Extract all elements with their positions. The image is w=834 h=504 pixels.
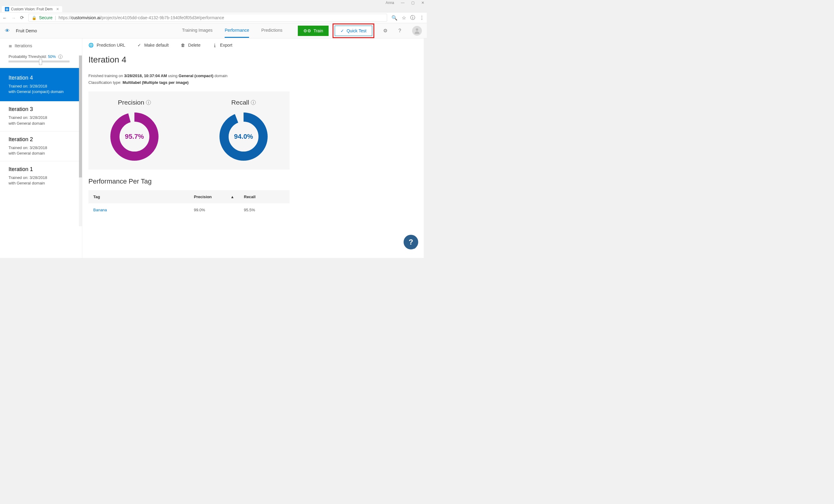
user-avatar[interactable] <box>412 26 422 36</box>
cell-tag[interactable]: Banana <box>88 203 189 217</box>
iteration-item-3[interactable]: Iteration 3 Trained on: 3/28/2018 with G… <box>0 101 82 131</box>
tab-close-icon[interactable]: ✕ <box>56 7 59 11</box>
project-name: Fruit Demo <box>16 28 37 33</box>
threshold-slider[interactable] <box>8 61 69 63</box>
iteration-meta: Finished training on 3/28/2018, 10:37:04… <box>88 72 421 86</box>
app-header: 👁 Fruit Demo Training Images Performance… <box>0 23 427 38</box>
metric-value: 95.7% <box>125 133 144 140</box>
metric-label: Recall <box>232 99 249 106</box>
browser-toolbar: ← → ⟳ 🔒 Secure | https://customvision.ai… <box>0 12 427 23</box>
recall-donut: 94.0% <box>218 111 269 162</box>
col-label: Precision <box>194 195 212 199</box>
threshold-label: Probability Threshold: <box>8 54 47 59</box>
bookmark-icon[interactable]: ☆ <box>402 15 406 21</box>
forward-button[interactable]: → <box>11 15 16 20</box>
iteration-item-2[interactable]: Iteration 2 Trained on: 3/28/2018 with G… <box>0 131 82 161</box>
app-nav: Training Images Performance Predictions <box>182 23 282 38</box>
lock-icon: 🔒 <box>32 16 37 20</box>
probability-threshold: Probability Threshold: 50% i <box>0 52 82 68</box>
browser-tabstrip: ◎ Custom Vision: Fruit Dem ✕ <box>0 5 427 12</box>
iterations-header: ≣ Iterations <box>0 38 82 52</box>
metric-value: 94.0% <box>234 133 253 140</box>
quick-test-label: Quick Test <box>347 28 367 33</box>
reload-button[interactable]: ⟳ <box>20 15 24 20</box>
window-maximize[interactable]: ▢ <box>411 1 415 5</box>
main-scrollbar[interactable] <box>424 38 427 258</box>
iteration-toolbar: 🌐 Prediction URL ✓ Make default 🗑 Delete… <box>82 38 427 52</box>
quick-test-button[interactable]: ✓ Quick Test <box>335 26 372 36</box>
col-tag[interactable]: Tag <box>88 190 189 203</box>
iteration-date: Trained on: 3/28/2018 <box>8 115 73 120</box>
url-text: https://customvision.ai/projects/ec4105d… <box>59 15 224 20</box>
window-titlebar: Anna — ▢ ✕ <box>0 0 427 5</box>
meta-text: Finished training on <box>88 73 124 78</box>
iteration-title: Iteration 2 <box>8 136 73 143</box>
sidebar: ≣ Iterations Probability Threshold: 50% … <box>0 38 82 258</box>
info-icon[interactable]: ⓘ <box>410 15 415 21</box>
iteration-domain: with General domain <box>8 151 73 156</box>
check-icon: ✓ <box>137 43 141 48</box>
delete-button[interactable]: 🗑 Delete <box>181 43 200 48</box>
layers-icon: ≣ <box>8 43 12 48</box>
help-chat-button[interactable]: ? <box>403 235 418 249</box>
settings-icon[interactable]: ⚙ <box>383 28 388 34</box>
iteration-item-1[interactable]: Iteration 1 Trained on: 3/28/2018 with G… <box>0 161 82 191</box>
tool-label: Make default <box>144 43 169 48</box>
menu-icon[interactable]: ⋮ <box>419 15 424 21</box>
nav-performance[interactable]: Performance <box>225 23 249 38</box>
info-icon[interactable]: i <box>58 54 63 59</box>
tab-title: Custom Vision: Fruit Dem <box>11 7 52 11</box>
make-default-button[interactable]: ✓ Make default <box>137 43 169 48</box>
back-button[interactable]: ← <box>2 15 7 20</box>
prediction-url-button[interactable]: 🌐 Prediction URL <box>88 43 125 48</box>
info-icon[interactable]: i <box>146 100 151 105</box>
favicon: ◎ <box>5 7 9 11</box>
precision-donut: 95.7% <box>109 111 160 162</box>
metric-label: Precision <box>118 99 144 106</box>
nav-predictions[interactable]: Predictions <box>261 23 282 38</box>
address-bar[interactable]: 🔒 Secure | https://customvision.ai/proje… <box>28 14 387 22</box>
cell-recall: 95.5% <box>239 203 290 217</box>
window-minimize[interactable]: — <box>401 1 404 5</box>
export-button[interactable]: ⭳ Export <box>213 43 232 48</box>
tool-label: Prediction URL <box>96 43 125 48</box>
sort-icon: ▴ <box>232 195 234 199</box>
window-close[interactable]: ✕ <box>421 1 424 5</box>
app-logo-icon: 👁 <box>5 28 10 34</box>
iteration-date: Trained on: 3/28/2018 <box>8 175 73 180</box>
precision-metric: Precisioni 95.7% <box>109 99 160 162</box>
perf-table: Tag Precision▴ Recall Banana 99.0% 95.5% <box>88 190 290 217</box>
nav-training-images[interactable]: Training Images <box>182 23 213 38</box>
tool-label: Delete <box>188 43 200 48</box>
recall-metric: Recalli 94.0% <box>218 99 269 162</box>
secure-label: Secure <box>39 15 52 20</box>
train-button[interactable]: ⚙⚙ Train <box>298 26 329 36</box>
iteration-title: Iteration 3 <box>8 106 73 112</box>
trash-icon: 🗑 <box>181 43 185 48</box>
metrics-panel: Precisioni 95.7% Recalli <box>88 91 290 170</box>
col-recall[interactable]: Recall <box>239 190 290 203</box>
iteration-date: Trained on: 3/28/2018 <box>8 145 73 151</box>
zoom-icon[interactable]: 🔍 <box>391 15 397 21</box>
globe-icon: 🌐 <box>88 43 93 48</box>
gear-icon: ⚙⚙ <box>303 28 311 33</box>
iteration-date: Trained on: 3/28/2018 <box>8 84 73 89</box>
svg-point-0 <box>416 28 418 31</box>
iteration-item-4[interactable]: Iteration 4 Trained on: 3/28/2018 with G… <box>0 68 82 101</box>
iteration-title: Iteration 1 <box>8 166 73 173</box>
help-icon[interactable]: ? <box>398 28 401 34</box>
table-row[interactable]: Banana 99.0% 95.5% <box>88 203 290 217</box>
sidebar-scrollbar[interactable] <box>79 56 82 226</box>
browser-tab[interactable]: ◎ Custom Vision: Fruit Dem ✕ <box>2 6 62 12</box>
col-precision[interactable]: Precision▴ <box>189 190 239 203</box>
iterations-label: Iterations <box>15 43 32 48</box>
main-content: 🌐 Prediction URL ✓ Make default 🗑 Delete… <box>82 38 427 258</box>
meta-text: domain <box>213 73 227 78</box>
meta-text: using <box>167 73 179 78</box>
iteration-title: Iteration 4 <box>8 75 73 81</box>
info-icon[interactable]: i <box>251 100 256 105</box>
perf-per-tag-heading: Performance Per Tag <box>88 177 421 185</box>
tool-label: Export <box>220 43 232 48</box>
iteration-domain: with General domain <box>8 180 73 186</box>
page-title: Iteration 4 <box>88 55 421 65</box>
